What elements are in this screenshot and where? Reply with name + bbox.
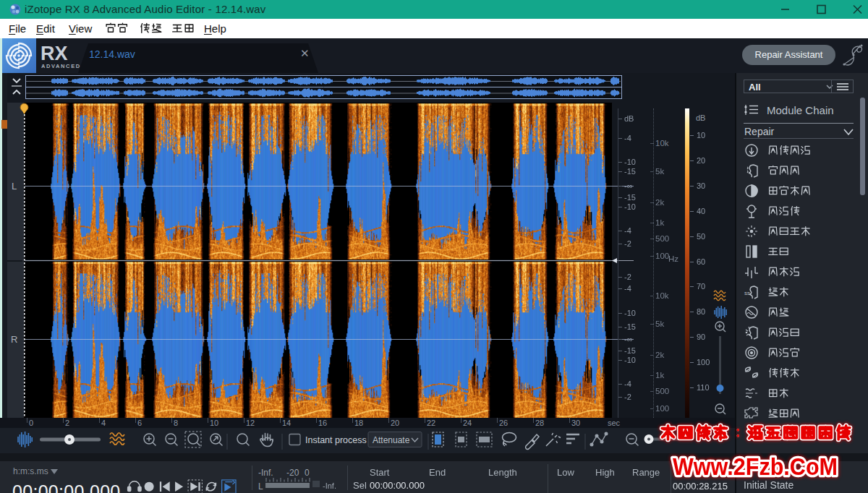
svg-text:ss: ss	[744, 290, 750, 296]
